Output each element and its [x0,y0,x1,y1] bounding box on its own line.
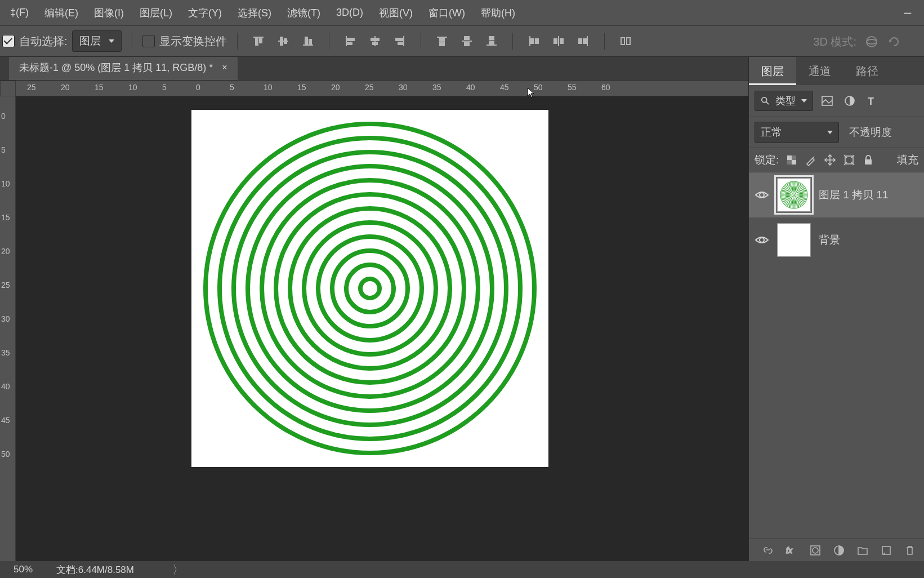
svg-point-73 [788,189,800,201]
close-tab-icon[interactable]: × [222,63,227,73]
svg-point-81 [760,238,764,242]
ruler-vertical[interactable]: 05101520253035404550 [0,96,16,561]
orbit-3d-icon[interactable] [864,34,879,49]
adjustment-icon[interactable] [833,544,845,557]
divider [604,33,605,50]
svg-rect-8 [305,37,307,44]
svg-point-46 [290,208,450,368]
menu-select[interactable]: 选择(S) [230,3,279,23]
align-left-icon[interactable] [340,30,361,52]
search-icon [761,96,770,105]
show-transform-checkbox[interactable] [142,35,155,47]
align-top-icon[interactable] [248,30,269,52]
menu-image[interactable]: 图像(I) [86,3,132,23]
svg-rect-30 [535,39,538,43]
svg-point-42 [346,265,394,312]
svg-text:T: T [868,96,874,107]
distribute-bottom-icon[interactable] [481,30,502,52]
opacity-label: 不透明度 [849,125,892,140]
menu-file[interactable]: ‡(F) [2,3,37,22]
distribute-vcenter-icon[interactable] [456,30,477,52]
fx-icon[interactable]: fx [785,544,798,557]
menu-window[interactable]: 窗口(W) [421,3,473,23]
svg-rect-20 [440,38,444,41]
document-tab[interactable]: 未标题-1 @ 50% (图层 1 拷贝 11, RGB/8) * × [9,55,238,80]
canvas-area[interactable] [16,96,748,561]
svg-rect-27 [489,41,494,44]
tab-layers[interactable]: 图层 [749,57,796,85]
trash-icon[interactable] [904,544,916,557]
eye-icon[interactable] [755,234,769,246]
layer-filter-select[interactable]: 类型 [755,91,813,111]
show-transform-label: 显示变换控件 [159,34,227,49]
svg-point-80 [780,181,807,208]
3d-mode-group: 3D 模式: [813,26,901,57]
svg-rect-14 [371,38,379,41]
blend-mode-select[interactable]: 正常 [755,122,839,143]
svg-rect-37 [621,38,624,45]
svg-rect-86 [882,546,890,554]
chevron-down-icon [801,99,807,103]
layer-filter-row: 类型 T [749,85,924,117]
svg-rect-58 [787,155,792,160]
layer-thumbnail[interactable] [777,223,811,257]
auto-select-target[interactable]: 图层 [72,30,122,52]
lock-artboard-icon[interactable] [843,154,855,166]
align-hcenter-icon[interactable] [364,30,386,52]
distribute-hcenter-icon[interactable] [548,30,569,52]
filter-type-icon[interactable]: T [866,95,878,107]
tab-channels[interactable]: 通道 [796,57,843,85]
new-layer-icon[interactable] [880,544,892,557]
auto-select-checkbox[interactable] [2,35,15,47]
link-icon[interactable] [762,544,774,557]
filter-image-icon[interactable] [821,95,833,107]
lock-paint-icon[interactable] [805,154,817,166]
menu-edit[interactable]: 编辑(E) [37,3,86,23]
menu-type[interactable]: 文字(Y) [180,3,230,23]
menu-3d[interactable]: 3D(D) [328,3,371,22]
distribute-right-icon[interactable] [573,30,594,52]
lock-transparent-icon[interactable] [785,154,798,166]
svg-rect-32 [554,39,557,43]
svg-point-84 [813,548,818,553]
auto-align-icon[interactable] [615,30,636,52]
layer-row[interactable]: 图层 1 拷贝 11 [749,172,924,217]
status-expand-icon[interactable]: 〉 [172,562,184,577]
svg-point-51 [220,138,520,439]
ruler-horizontal[interactable]: 252015105051015202530354045505560 [16,81,748,96]
menu-help[interactable]: 帮助(H) [473,3,523,23]
layers-panel: 图层 通道 路径 类型 T 正常 不透明度 锁定: 填充 [748,57,924,561]
layer-row[interactable]: 背景 [749,217,924,263]
layer-name[interactable]: 图层 1 拷贝 11 [819,188,889,202]
menu-view[interactable]: 视图(V) [371,3,421,23]
menu-filter[interactable]: 滤镜(T) [279,3,328,23]
svg-rect-61 [787,160,792,164]
zoom-level[interactable]: 50% [0,564,46,575]
distribute-top-icon[interactable] [431,30,453,52]
auto-select-target-value: 图层 [79,34,101,48]
align-bottom-icon[interactable] [297,30,319,52]
layer-name[interactable]: 背景 [819,233,840,247]
layer-thumbnail[interactable] [777,178,811,212]
window-minimize-button[interactable] [895,3,921,19]
filter-adjustment-icon[interactable] [843,95,856,107]
menu-layer[interactable]: 图层(L) [132,3,180,23]
distribute-left-icon[interactable] [523,30,544,52]
svg-point-43 [332,251,408,326]
canvas-artboard[interactable] [191,110,548,467]
divider [329,33,329,50]
eye-icon[interactable] [755,189,769,201]
rotate-3d-icon[interactable] [887,34,901,49]
svg-point-53 [762,97,767,103]
document-size[interactable]: 文档:6.44M/8.58M [46,563,144,576]
align-vcenter-icon[interactable] [273,30,294,52]
align-right-icon[interactable] [389,30,410,52]
align-group-vertical [248,30,319,52]
chevron-down-icon [827,131,833,134]
mask-icon[interactable] [809,544,822,557]
lock-position-icon[interactable] [824,154,836,166]
tab-paths[interactable]: 路径 [843,57,891,85]
3d-mode-label: 3D 模式: [813,34,856,50]
group-icon[interactable] [856,544,869,557]
lock-all-icon[interactable] [862,154,874,166]
